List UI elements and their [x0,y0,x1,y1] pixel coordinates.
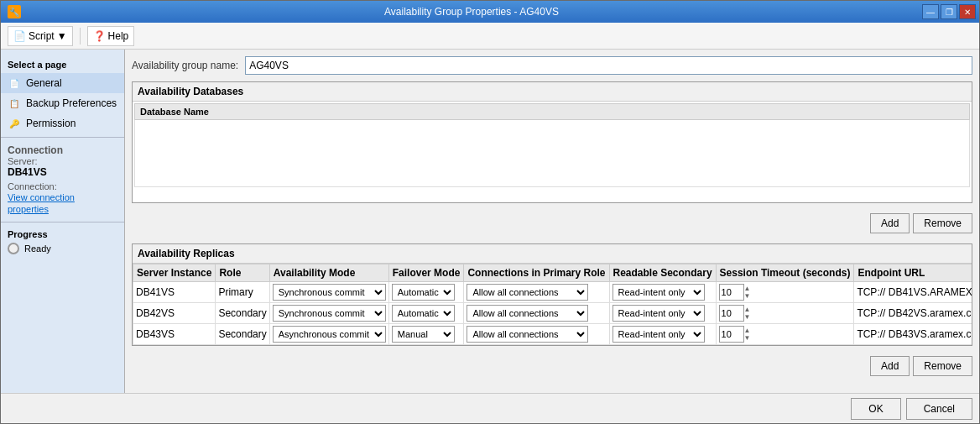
spinner-down-2[interactable]: ▼ [744,334,751,342]
col-availability-mode: Availability Mode [269,264,388,282]
databases-title: Availability Databases [133,82,972,102]
script-button[interactable]: 📄 Script ▼ [8,26,73,46]
replica-readsec-select-1[interactable]: Read-intent onlyYesNo [612,305,705,322]
replica-failover-select-1[interactable]: AutomaticManual [392,305,455,322]
replica-failover-cell-0[interactable]: AutomaticManual [388,282,464,303]
sidebar-item-backup[interactable]: 📋 Backup Preferences [1,93,124,113]
sidebar-item-permission[interactable]: 🔑 Permission [1,113,124,133]
replica-failover-select-0[interactable]: AutomaticManual [392,284,455,301]
col-failover-mode: Failover Mode [388,264,464,282]
help-button[interactable]: ❓ Help [87,26,135,46]
replica-server-1: DB42VS [133,303,216,324]
replica-row: DB41VS Primary Synchronous commitAsynchr… [133,282,972,303]
ag-name-input[interactable] [245,56,972,75]
db-empty-row [135,120,970,187]
databases-add-button[interactable]: Add [870,213,910,233]
progress-title: Progress [8,229,117,239]
endpoint-host-1: DB42VS.aramex.com:5022 [889,307,972,319]
replica-connrole-cell-1[interactable]: Allow all connectionsAllow no connection… [464,303,609,324]
replica-failover-cell-1[interactable]: AutomaticManual [388,303,464,324]
databases-remove-button[interactable]: Remove [913,213,972,233]
sidebar-item-general[interactable]: 📄 General [1,73,124,93]
replica-timeout-input-2[interactable] [719,326,744,343]
view-connection-link[interactable]: View connection properties [8,192,75,214]
progress-section: Progress Ready [1,222,124,261]
replica-row: DB43VS Secondary Synchronous commitAsync… [133,324,972,345]
restore-button[interactable]: ❐ [941,4,957,19]
databases-area: Database Name [133,102,972,202]
spinner-up-2[interactable]: ▲ [744,327,751,334]
col-endpoint-url: Endpoint URL [854,264,972,282]
progress-item: Ready [8,243,117,254]
replica-avmode-cell-1[interactable]: Synchronous commitAsynchronous commit [269,303,388,324]
script-label: Script [29,30,55,42]
toolbar-separator [80,28,81,44]
backup-icon: 📋 [8,97,21,110]
replica-avmode-cell-0[interactable]: Synchronous commitAsynchronous commit [269,282,388,303]
replica-readsec-cell-2[interactable]: Read-intent onlyYesNo [609,324,716,345]
title-bar: 🔧 Availability Group Properties - AG40VS… [1,1,979,23]
spinner-up-0[interactable]: ▲ [744,285,751,292]
sidebar-title: Select a page [1,56,124,73]
col-readable-secondary: Readable Secondary [609,264,716,282]
sidebar-label-backup: Backup Preferences [26,97,117,109]
main-window: 🔧 Availability Group Properties - AG40VS… [0,0,980,424]
replicas-add-button[interactable]: Add [870,356,910,376]
progress-circle [8,243,19,254]
close-button[interactable]: ✕ [959,4,976,19]
minimize-button[interactable]: — [922,4,939,19]
replicas-table: Server Instance Role Availability Mode F… [133,264,972,345]
replicas-remove-button[interactable]: Remove [913,356,972,376]
replicas-title: Availability Replicas [133,244,972,264]
window-title: Availability Group Properties - AG40VS [21,6,922,18]
replica-role-2: Secondary [216,324,269,345]
help-icon: ❓ [93,30,106,42]
spinner-2[interactable]: ▲ ▼ [744,327,751,342]
replica-failover-select-2[interactable]: AutomaticManual [392,326,455,343]
endpoint-prefix-0: TCP:// [857,286,885,298]
replica-avmode-cell-2[interactable]: Synchronous commitAsynchronous commit [269,324,388,345]
replica-failover-cell-2[interactable]: AutomaticManual [388,324,464,345]
endpoint-host-2: DB43VS.aramex.com:5022 [889,328,972,340]
spinner-down-0[interactable]: ▼ [744,292,751,300]
replica-timeout-input-0[interactable] [719,284,744,301]
spinner-0[interactable]: ▲ ▼ [744,285,751,300]
databases-section: Availability Databases Database Name [132,81,972,203]
replica-readsec-select-0[interactable]: Read-intent onlyYesNo [612,284,705,301]
replica-connrole-select-0[interactable]: Allow all connectionsAllow no connection… [467,284,588,301]
replica-timeout-cell-2[interactable]: ▲ ▼ [716,324,854,345]
replica-readsec-cell-1[interactable]: Read-intent onlyYesNo [609,303,716,324]
sidebar: Select a page 📄 General 📋 Backup Prefere… [1,50,125,393]
main-panel: Availability group name: Availability Da… [125,50,979,393]
replica-connrole-select-1[interactable]: Allow all connectionsAllow no connection… [467,305,588,322]
replica-connrole-cell-2[interactable]: Allow all connectionsAllow no connection… [464,324,609,345]
replicas-section: Availability Replicas Server Instance Ro… [132,243,972,346]
cancel-button[interactable]: Cancel [906,398,972,420]
replica-connrole-cell-0[interactable]: Allow all connectionsAllow no connection… [464,282,609,303]
replica-timeout-cell-0[interactable]: ▲ ▼ [716,282,854,303]
general-icon: 📄 [8,76,21,90]
server-value: DB41VS [8,166,117,178]
help-label: Help [108,30,129,42]
replica-avmode-select-2[interactable]: Synchronous commitAsynchronous commit [273,326,386,343]
databases-table: Database Name [134,103,970,187]
db-col-name: Database Name [135,104,970,120]
databases-btn-row: Add Remove [132,210,972,237]
spinner-1[interactable]: ▲ ▼ [744,306,751,321]
spinner-up-1[interactable]: ▲ [744,306,751,313]
replica-avmode-select-1[interactable]: Synchronous commitAsynchronous commit [273,305,386,322]
progress-status: Ready [24,243,51,254]
replica-readsec-cell-0[interactable]: Read-intent onlyYesNo [609,282,716,303]
spinner-down-1[interactable]: ▼ [744,313,751,321]
col-session-timeout: Session Timeout (seconds) [716,264,854,282]
sidebar-label-general: General [26,77,62,89]
replica-row: DB42VS Secondary Synchronous commitAsync… [133,303,972,324]
replica-connrole-select-2[interactable]: Allow all connectionsAllow no connection… [467,326,588,343]
replica-server-2: DB43VS [133,324,216,345]
replica-timeout-input-1[interactable] [719,305,744,322]
replica-timeout-cell-1[interactable]: ▲ ▼ [716,303,854,324]
server-label: Server: [8,156,117,166]
replica-readsec-select-2[interactable]: Read-intent onlyYesNo [612,326,705,343]
replica-avmode-select-0[interactable]: Synchronous commitAsynchronous commit [273,284,386,301]
ok-button[interactable]: OK [851,398,900,420]
